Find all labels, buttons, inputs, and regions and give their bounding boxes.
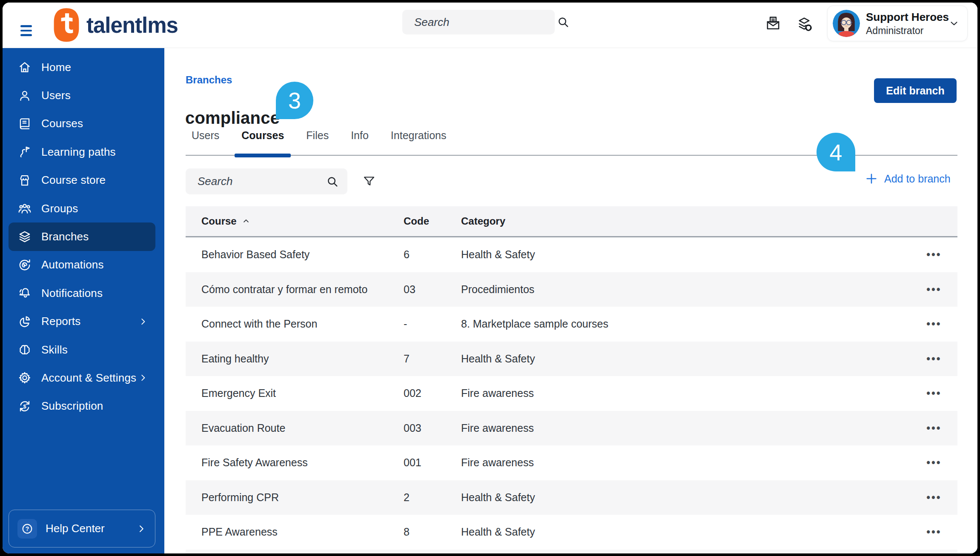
sidebar-item-home[interactable]: Home xyxy=(9,53,155,81)
row-actions-menu-button[interactable]: ••• xyxy=(922,523,946,541)
row-actions-menu-button[interactable]: ••• xyxy=(922,315,946,333)
course-search-input[interactable] xyxy=(186,175,326,188)
book-icon xyxy=(17,117,32,131)
course-search-button[interactable] xyxy=(326,175,347,188)
column-header-category[interactable]: Category xyxy=(461,215,911,227)
cell-category: 8. Marketplace sample courses xyxy=(461,318,911,330)
table-row[interactable]: Evacuation Route 003 Fire awareness ••• xyxy=(186,411,957,446)
row-actions-menu-button[interactable]: ••• xyxy=(922,385,946,402)
global-search-button[interactable] xyxy=(557,16,578,29)
tab-users[interactable]: Users xyxy=(192,129,219,155)
hamburger-menu-button[interactable] xyxy=(18,22,35,39)
table-row xyxy=(186,550,957,554)
global-search-input[interactable] xyxy=(402,16,557,29)
table-row[interactable]: Fire Safety Awareness 001 Fire awareness… xyxy=(186,445,957,480)
sidebar-item-skills[interactable]: Skills xyxy=(9,336,155,364)
filter-button[interactable] xyxy=(361,174,377,190)
cell-code: 7 xyxy=(404,353,461,365)
row-actions-menu-button[interactable]: ••• xyxy=(922,454,946,471)
tab-integrations[interactable]: Integrations xyxy=(391,129,447,155)
table-row[interactable]: Behavior Based Safety 6 Health & Safety … xyxy=(186,237,957,272)
inbox-icon xyxy=(765,15,782,32)
page-title: compliance xyxy=(185,108,280,128)
cell-code: 2 xyxy=(404,491,461,504)
cell-course: Connect with the Person xyxy=(201,318,404,330)
table-row[interactable]: Performing CPR 2 Health & Safety ••• xyxy=(186,480,957,515)
inbox-button[interactable] xyxy=(765,15,782,33)
add-to-branch-label: Add to branch xyxy=(884,173,951,185)
talentlms-logo[interactable]: talentlms xyxy=(52,7,178,43)
table-row[interactable]: PPE Awareness 8 Health & Safety ••• xyxy=(186,515,957,550)
cell-course: Emergency Exit xyxy=(201,387,404,399)
group-icon xyxy=(17,201,32,216)
learning-path-icon xyxy=(17,145,32,159)
subscription-icon: $ xyxy=(17,399,32,413)
sidebar-item-notifications[interactable]: Notifications xyxy=(9,279,155,307)
row-actions-menu-button[interactable]: ••• xyxy=(922,419,946,437)
sidebar-item-branches[interactable]: Branches xyxy=(9,222,155,251)
course-stack-button[interactable] xyxy=(796,16,813,34)
global-search xyxy=(402,10,555,34)
main-content: Branches compliance 3 Edit branch Users … xyxy=(164,48,977,553)
table-row[interactable]: Connect with the Person - 8. Marketplace… xyxy=(186,307,957,342)
filter-funnel-icon xyxy=(362,175,376,188)
row-actions-menu-button[interactable]: ••• xyxy=(922,350,946,368)
cell-code: - xyxy=(404,318,461,330)
sidebar-item-automations[interactable]: Automations xyxy=(9,251,155,279)
topbar: talentlms xyxy=(3,3,977,48)
talentlms-logo-icon xyxy=(52,7,80,43)
cell-course: Evacuation Route xyxy=(201,422,404,434)
row-actions-menu-button[interactable]: ••• xyxy=(922,489,946,506)
chevron-right-icon xyxy=(138,373,148,382)
sidebar-item-courses[interactable]: Courses xyxy=(9,110,155,138)
cell-code: 002 xyxy=(404,387,461,399)
breadcrumb-branches[interactable]: Branches xyxy=(186,74,232,86)
help-center-label: Help Center xyxy=(46,522,105,535)
table-row[interactable]: Cómo contratar y formar en remoto 03 Pro… xyxy=(186,272,957,307)
sidebar-item-users[interactable]: Users xyxy=(9,81,155,109)
sort-asc-icon xyxy=(242,217,250,225)
sidebar-item-course-store[interactable]: Course store xyxy=(9,166,155,194)
layers-icon xyxy=(17,230,32,244)
column-header-course[interactable]: Course xyxy=(201,215,404,227)
logo-wordmark: talentlms xyxy=(86,13,178,38)
chevron-down-icon xyxy=(948,18,960,29)
tab-courses[interactable]: Courses xyxy=(241,129,284,155)
row-actions-menu-button[interactable]: ••• xyxy=(922,246,946,263)
sidebar-item-groups[interactable]: Groups xyxy=(9,194,155,222)
cell-course: PPE Awareness xyxy=(201,526,404,538)
plus-icon xyxy=(865,172,878,185)
cell-category: Health & Safety xyxy=(461,353,911,365)
sidebar-item-help-center[interactable]: ? Help Center xyxy=(9,510,155,547)
user-meta: Support Heroes Administrator xyxy=(866,11,948,37)
home-icon xyxy=(17,60,32,74)
sidebar: Home Users Courses Learning paths Course… xyxy=(3,48,164,553)
table-body: Behavior Based Safety 6 Health & Safety … xyxy=(186,237,957,550)
cell-category: Health & Safety xyxy=(461,248,911,261)
pie-chart-icon xyxy=(17,314,32,329)
user-role: Administrator xyxy=(866,25,948,37)
edit-branch-button[interactable]: Edit branch xyxy=(874,78,957,103)
tab-files[interactable]: Files xyxy=(306,129,329,155)
column-header-code[interactable]: Code xyxy=(404,215,461,227)
row-actions-menu-button[interactable]: ••• xyxy=(922,281,946,298)
cell-code: 6 xyxy=(404,248,461,261)
course-search xyxy=(186,168,347,194)
table-row[interactable]: Emergency Exit 002 Fire awareness ••• xyxy=(186,376,957,411)
user-name: Support Heroes xyxy=(866,11,948,24)
tab-info[interactable]: Info xyxy=(351,129,369,155)
cell-course: Behavior Based Safety xyxy=(201,248,404,261)
cell-category: Fire awareness xyxy=(461,456,911,469)
sidebar-item-account-settings[interactable]: Account & Settings xyxy=(9,364,155,392)
table-row[interactable]: Eating healthy 7 Health & Safety ••• xyxy=(186,342,957,376)
sidebar-nav: Home Users Courses Learning paths Course… xyxy=(3,53,164,420)
user-menu[interactable]: Support Heroes Administrator xyxy=(827,6,968,41)
sidebar-item-learning-paths[interactable]: Learning paths xyxy=(9,138,155,166)
sidebar-item-subscription[interactable]: $ Subscription xyxy=(9,392,155,420)
help-icon: ? xyxy=(17,519,37,539)
cell-course: Eating healthy xyxy=(201,353,404,365)
step-4-callout: 4 xyxy=(817,133,855,171)
courses-table: Course Code Category Behavior Based Safe… xyxy=(186,206,957,553)
sidebar-item-reports[interactable]: Reports xyxy=(9,308,155,336)
add-to-branch-button[interactable]: Add to branch xyxy=(865,170,951,187)
